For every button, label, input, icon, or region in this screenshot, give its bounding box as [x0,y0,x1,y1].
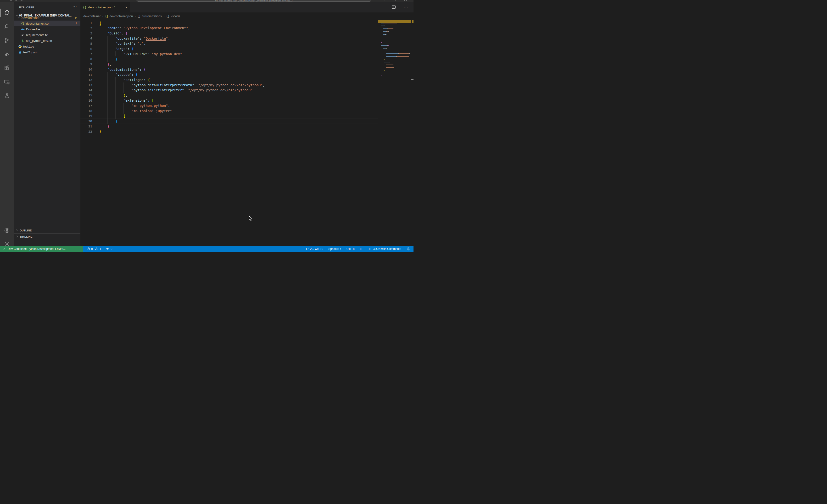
breadcrumb-item-devcontainer-json[interactable]: {}devcontainer.json [105,14,133,18]
code-line-12[interactable]: 12 "settings": { [81,77,378,82]
line-number: 7 [81,52,99,56]
line-number: 18 [81,109,99,113]
activity-source-control-icon[interactable] [0,35,14,46]
python-icon [18,45,22,48]
status-bar: Dev Container: Python Development Enviro… [0,246,414,252]
minimap-line [378,20,380,21]
file-row-set-python-env-sh[interactable]: $set_python_env.sh [14,38,81,44]
breadcrumb-item-vscode[interactable]: {}vscode [166,14,180,18]
code-line-9[interactable]: 9 }, [81,62,378,67]
overview-ruler[interactable] [411,2,414,246]
file-row--devcontainer[interactable]: .devcontainer [14,15,81,20]
activity-testing-icon[interactable] [0,90,14,102]
minimap-line [378,56,409,57]
explorer-sidebar: EXPLORER ··· 03_FINAL_EXAMPLE [DEV CONTA… [14,2,81,246]
file-row-devcontainer-json[interactable]: {}devcontainer.json1 [14,20,81,26]
code-line-19[interactable]: 19 ] [81,114,378,119]
activity-extensions-icon[interactable] [0,62,14,74]
code-line-18[interactable]: 18 "ms-toolsai.jupyter" [81,108,378,114]
file-label: test2.ipynb [23,50,38,54]
code-line-7[interactable]: 7 "PYTHON_ENV": "my_python_dev" [81,51,378,57]
code-text: "name": "Python Development Environment"… [99,25,378,31]
code-line-11[interactable]: 11 "vscode": { [81,72,378,77]
minimap-line [378,70,385,71]
breadcrumb-separator: › [102,14,103,18]
split-editor-icon[interactable] [392,5,396,10]
code-line-8[interactable]: 8 } [81,56,378,62]
ports-indicator[interactable]: 0 [106,247,112,251]
section-timeline[interactable]: TIMELINE [14,233,81,239]
code-line-17[interactable]: 17 "ms-python.python", [81,103,378,108]
command-center[interactable]: 03_final_example [Dev Container: Python … [136,0,372,2]
code-line-3[interactable]: 3 "build": { [81,31,378,36]
tab-close-icon[interactable]: × [125,5,127,9]
code-text: "PYTHON_ENV": "my_python_dev" [99,51,378,57]
file-row-dockerfile[interactable]: Dockerfile [14,26,81,32]
code-line-13[interactable]: 13 "python.defaultInterpreterPath": "/op… [81,82,378,88]
activity-remote-explorer-icon[interactable] [0,76,14,88]
more-actions-icon[interactable]: ··· [404,5,408,9]
explorer-more-actions-icon[interactable]: ··· [72,5,77,9]
activity-search-icon[interactable] [0,21,14,32]
line-number: 4 [81,37,99,40]
code-line-21[interactable]: 21 } [81,124,378,129]
code-line-6[interactable]: 6 "args": { [81,46,378,51]
minimap-line [378,29,393,29]
code-editor[interactable]: 1{2 "name": "Python Development Environm… [81,20,378,134]
file-label: requirements.txt [26,33,48,37]
code-line-2[interactable]: 2 "name": "Python Development Environmen… [81,25,378,31]
indentation[interactable]: Spaces: 4 [328,247,341,250]
code-line-10[interactable]: 10 "customizations": { [81,67,378,72]
code-line-5[interactable]: 5 "context": ".", [81,41,378,46]
breadcrumb: .devcontainer›{}devcontainer.json›{}cust… [81,12,378,20]
chevron-right-icon [16,235,18,238]
minimap-line [378,23,397,24]
file-row-requirements-txt[interactable]: requirements.txt [14,32,81,38]
code-line-4[interactable]: 4 "dockerfile": "Dockerfile", [81,36,378,41]
minimap-line [378,42,382,43]
eol-sequence[interactable]: LF [360,247,363,250]
traffic-light-minimize-icon[interactable] [15,0,17,1]
line-number: 10 [81,68,99,71]
remote-indicator[interactable]: Dev Container: Python Development Enviro… [0,246,83,252]
ports-count: 0 [110,247,112,250]
breadcrumb-separator: › [163,14,164,18]
traffic-light-zoom-icon[interactable] [20,0,22,1]
breadcrumb-item--devcontainer[interactable]: .devcontainer [83,14,100,18]
code-line-1[interactable]: 1{ [81,20,378,25]
problems-indicator[interactable]: 0 1 [87,247,101,250]
file-row-test2-ipynb[interactable]: test2.ipynb [14,49,81,55]
section-outline[interactable]: OUTLINE [14,227,81,233]
code-text: }, [99,93,378,98]
encoding[interactable]: UTF-8 [346,247,355,250]
code-text: } [99,119,378,124]
code-line-20[interactable]: 20 } [81,119,378,124]
activity-accounts-icon[interactable] [0,225,14,236]
warning-icon [95,247,98,250]
minimap-line [378,67,394,68]
customize-layout-icon[interactable] [404,0,406,1]
notifications-bell-icon[interactable] [406,247,411,251]
language-mode[interactable]: {} JSON with Comments [369,247,401,250]
code-line-14[interactable]: 14 "python.selectInterpreter": "/opt/my_… [81,88,378,93]
code-text: }, [99,62,378,67]
activity-explorer-icon[interactable] [0,7,14,18]
minimap-line [378,78,380,79]
code-line-16[interactable]: 16 "extensions": [ [81,98,378,103]
traffic-light-close-icon[interactable] [10,0,12,1]
code-text: ] [99,114,378,119]
sidebar-sections: OUTLINETIMELINE [14,227,81,239]
activity-run-debug-icon[interactable] [0,49,14,60]
minimap-line [378,53,410,54]
minimap[interactable] [378,2,411,246]
tab-devcontainer-json[interactable]: {} devcontainer.json 1 × [81,2,130,12]
toggle-secondary-sidebar-icon[interactable] [394,0,396,1]
cursor-position[interactable]: Ln 20, Col 10 [306,247,323,250]
file-row-test1-py[interactable]: test1.py [14,44,81,49]
toggle-panel-icon[interactable] [383,0,385,1]
line-number: 17 [81,104,99,108]
code-text: "extensions": [ [99,98,378,103]
code-line-15[interactable]: 15 }, [81,93,378,98]
breadcrumb-item-customizations[interactable]: {}customizations [137,14,162,18]
code-line-22[interactable]: 22} [81,129,378,134]
